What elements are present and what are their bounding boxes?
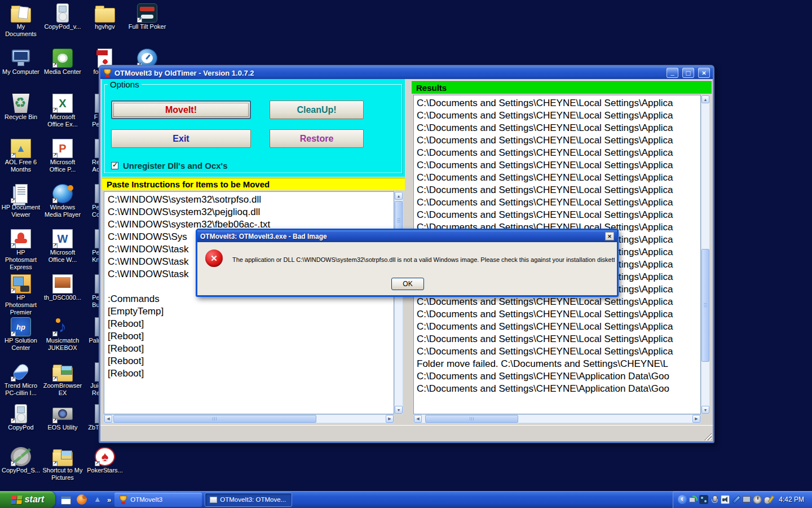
dialog-close-icon[interactable] — [605, 232, 614, 240]
desktop-icon-my-documents[interactable]: My Documents — [1, 3, 41, 38]
bluetooth-icon[interactable] — [699, 495, 708, 504]
scroll-thumb[interactable] — [425, 415, 518, 423]
display-icon[interactable] — [742, 495, 751, 504]
desktop-icon-my-computer[interactable]: My Computer — [1, 49, 41, 76]
desktop-icon-copypod-v[interactable]: CopyPod_v... — [42, 3, 83, 30]
task-buttons: OTMoveIt3OTMoveIt3: OTMove... — [114, 493, 673, 507]
shortcut-arrow-icon — [95, 461, 100, 466]
dialog-titlebar[interactable]: OTMoveIt3: OTMoveIt3.exe - Bad Image — [197, 230, 617, 242]
scroll-right-icon[interactable] — [692, 415, 700, 423]
desktop-icon-label: HP Solution Center — [1, 337, 41, 352]
results-header: Results — [412, 81, 712, 94]
desktop-icon-hgvhgv[interactable]: hgvhgv — [85, 3, 125, 30]
desktop-icon-label: CopyPod_v... — [42, 23, 83, 30]
results-line: C:\Documents and Settings\CHEYNE\Local S… — [417, 333, 700, 345]
desktop-icon-label: HP Photosmart Premier — [1, 294, 41, 316]
quick-launch-bar — [55, 494, 107, 505]
minimize-button[interactable] — [667, 68, 678, 78]
desktop-icon-label: hgvhgv — [85, 23, 125, 30]
volume-knob-icon[interactable] — [753, 495, 762, 504]
scroll-thumb[interactable] — [113, 415, 316, 423]
desktop-icon-copypod-s[interactable]: CopyPod_S... — [1, 447, 41, 474]
desktop-icon-trend-micro-pc-cillin-i[interactable]: Trend Micro PC-cillin I... — [1, 362, 41, 397]
quicklaunch-overflow-chevron[interactable]: » — [107, 496, 111, 504]
desktop-icon-label: HP Document Viewer — [1, 204, 41, 218]
desktop-icon-full-tilt-poker[interactable]: Full Tilt Poker — [127, 3, 167, 30]
microphone-icon[interactable] — [710, 495, 719, 504]
maximize-button[interactable] — [682, 68, 694, 78]
results-line: C:\Documents and Settings\CHEYNE\Local S… — [417, 209, 700, 221]
results-line: C:\Documents and Settings\CHEYNE\Local S… — [417, 184, 700, 196]
scroll-thumb[interactable] — [701, 249, 709, 362]
start-button[interactable]: start — [0, 491, 55, 508]
desktop-icon-label: HP Photosmart Express — [1, 249, 41, 271]
window-icon — [210, 497, 217, 503]
desktop-icon-recycle-bin[interactable]: Recycle Bin — [1, 94, 41, 121]
scroll-up-icon[interactable] — [701, 95, 709, 103]
desktop-icon-hp-photosmart-express[interactable]: HP Photosmart Express — [1, 229, 41, 271]
speaker-icon[interactable] — [721, 495, 730, 504]
restore-button[interactable]: Restore — [270, 129, 364, 148]
ok-button[interactable]: OK — [391, 278, 424, 290]
desktop-icon-pokerstars[interactable]: ♠PokerStars... — [85, 447, 125, 474]
results-line: C:\Documents and Settings\CHEYNE\Local S… — [417, 296, 700, 308]
folder-icon — [95, 8, 115, 23]
options-panel: Options MoveIt! CleanUp! Exit Restore Un… — [102, 79, 405, 177]
desktop-icon-aol-free-6-months[interactable]: ▲AOL Free 6 Months — [1, 139, 41, 173]
aol-icon[interactable] — [92, 494, 103, 505]
results-horizontal-scrollbar[interactable] — [413, 414, 701, 423]
paste-vertical-scrollbar[interactable] — [394, 191, 403, 414]
shortcut-arrow-icon — [52, 376, 58, 382]
network-icon[interactable] — [689, 495, 698, 504]
scroll-down-icon[interactable] — [701, 406, 709, 414]
results-line: C:\Documents and Settings\CHEYNE\Local S… — [417, 147, 700, 159]
desktop-icon-hp-photosmart-premier[interactable]: HP Photosmart Premier — [1, 274, 41, 316]
collapse-chevron-icon[interactable] — [678, 495, 687, 504]
results-line: C:\Documents and Settings\CHEYNE\Local S… — [417, 134, 700, 147]
unregister-checkbox[interactable] — [111, 162, 118, 169]
scroll-left-icon[interactable] — [104, 415, 112, 423]
results-line: C:\Documents and Settings\CHEYNE\Local S… — [417, 97, 700, 110]
desktop-icon-hp-solution-center[interactable]: hpHP Solution Center — [1, 317, 41, 352]
firefox-icon[interactable] — [77, 494, 87, 505]
moveit-button[interactable]: MoveIt! — [111, 100, 251, 119]
results-label: Results — [412, 83, 447, 93]
desktop-icon-hp-document-viewer[interactable]: HP Document Viewer — [1, 184, 41, 218]
cleanup-button[interactable]: CleanUp! — [270, 100, 364, 119]
taskbar-button-label: OTMoveIt3 — [130, 496, 162, 503]
options-groupbox — [104, 84, 402, 173]
taskbar-button-otmoveit3-otmove[interactable]: OTMoveIt3: OTMove... — [205, 493, 292, 507]
paste-list[interactable]: C:\WINDOWS\system32\sotrpfso.dllC:\WINDO… — [104, 191, 394, 414]
close-button[interactable] — [698, 68, 710, 78]
scroll-up-icon[interactable] — [395, 192, 403, 200]
results-line: Folder move failed. C:\Documents and Set… — [417, 358, 700, 370]
results-line: C:\Documents and Settings\CHEYNE\Local S… — [417, 110, 700, 122]
bad-image-dialog: OTMoveIt3: OTMoveIt3.exe - Bad Image The… — [196, 229, 619, 297]
ipod-icon — [15, 404, 27, 423]
taskbar-button-otmoveit3[interactable]: OTMoveIt3 — [114, 493, 202, 507]
scroll-down-icon[interactable] — [395, 406, 403, 414]
error-icon — [205, 249, 223, 267]
scroll-right-icon[interactable] — [386, 415, 394, 423]
mouse-icon[interactable] — [764, 495, 773, 504]
stylus-icon[interactable] — [731, 495, 740, 504]
desktop-icon-shortcut-to-my-pictures[interactable]: Shortcut to My Pictures — [42, 447, 83, 481]
desktop-icon-musicmatch-jukebox[interactable]: ♪Musicmatch JUKEBOX — [42, 317, 83, 352]
desktop-icon-copypod[interactable]: CopyPod — [1, 404, 41, 431]
results-line: C:\Documents and Settings\CHEYNE\Local S… — [417, 172, 700, 184]
shortcut-arrow-icon — [52, 418, 58, 423]
desktop-icon-label: AOL Free 6 Months — [1, 159, 41, 173]
paste-horizontal-scrollbar[interactable] — [104, 414, 394, 423]
scroll-left-icon[interactable] — [414, 415, 422, 423]
paste-line: [Reboot] — [108, 355, 394, 367]
exit-button[interactable]: Exit — [111, 129, 251, 148]
paste-instructions-panel: Paste Instructions for Items to be Moved… — [102, 178, 405, 425]
shortcut-arrow-icon — [52, 153, 58, 158]
desktop: My DocumentsCopyPod_v...hgvhgvFull Tilt … — [0, 0, 812, 508]
results-vertical-scrollbar[interactable] — [701, 95, 710, 414]
desktop-icon-label: CopyPod — [1, 424, 41, 431]
shortcut-arrow-icon — [11, 198, 16, 203]
internet-explorer-icon[interactable] — [61, 496, 71, 505]
taskbar: start » OTMoveIt3OTMoveIt3: OTMove... 4:… — [0, 491, 812, 508]
window-titlebar[interactable]: OTMoveIt3 by OldTimer - Version 1.0.7.2 — [100, 67, 713, 79]
